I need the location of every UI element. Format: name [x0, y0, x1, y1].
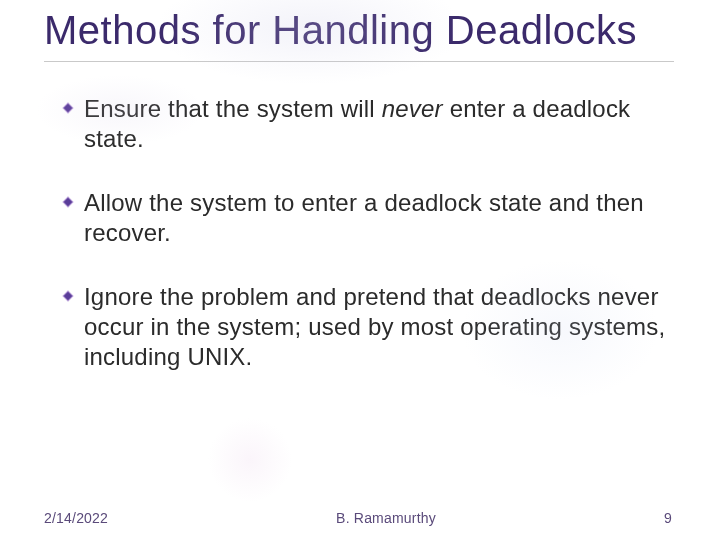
- bullet-list: Ensure that the system will never enter …: [62, 94, 672, 372]
- footer-author: B. Ramamurthy: [108, 510, 664, 526]
- slide: Methods for Handling Deadlocks Ensure th…: [0, 0, 720, 540]
- list-item: Ignore the problem and pretend that dead…: [62, 282, 672, 372]
- footer-page-number: 9: [664, 510, 672, 526]
- bullet-text: Ignore the problem and pretend that dead…: [84, 282, 672, 372]
- diamond-bullet-icon: [62, 290, 74, 302]
- svg-rect-0: [63, 103, 73, 113]
- footer-date: 2/14/2022: [44, 510, 108, 526]
- bullet-text-pre: Ignore the problem and pretend that dead…: [84, 283, 665, 370]
- bullet-text-pre: Allow the system to enter a deadlock sta…: [84, 189, 644, 246]
- list-item: Ensure that the system will never enter …: [62, 94, 672, 154]
- bullet-text: Ensure that the system will never enter …: [84, 94, 672, 154]
- bullet-text-pre: Ensure that the system will: [84, 95, 382, 122]
- diamond-bullet-icon: [62, 102, 74, 114]
- svg-rect-1: [63, 197, 73, 207]
- list-item: Allow the system to enter a deadlock sta…: [62, 188, 672, 248]
- footer: 2/14/2022 B. Ramamurthy 9: [0, 510, 720, 526]
- bullet-text: Allow the system to enter a deadlock sta…: [84, 188, 672, 248]
- diamond-bullet-icon: [62, 196, 74, 208]
- title-underline: [44, 61, 674, 62]
- page-title: Methods for Handling Deadlocks: [44, 8, 680, 53]
- bullet-text-emph: never: [382, 95, 443, 122]
- svg-rect-2: [63, 291, 73, 301]
